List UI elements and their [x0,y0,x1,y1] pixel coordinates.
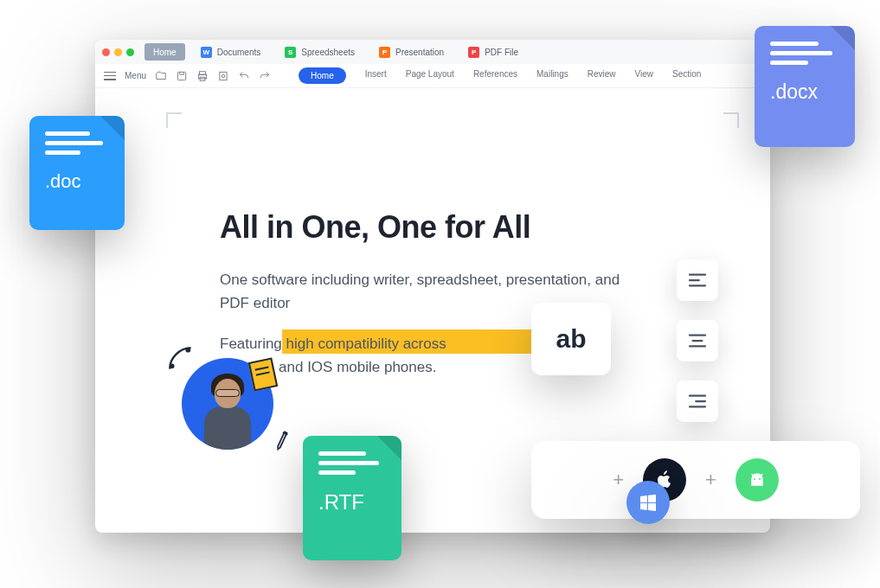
align-left-button[interactable] [677,259,718,301]
tab-label: Presentation [395,48,444,57]
svg-point-5 [222,74,225,78]
tab-spreadsheets[interactable]: S Spreedsheets [276,43,363,61]
minimize-icon[interactable] [114,48,122,56]
close-icon[interactable] [102,48,110,56]
svg-point-7 [187,348,190,352]
windows-icon [626,481,670,524]
align-right-button[interactable] [677,380,718,422]
redo-icon[interactable] [259,70,271,82]
tab-label: Spreedsheets [301,48,355,57]
print-preview-icon[interactable] [217,70,229,82]
ribbon-tab-insert[interactable]: Insert [365,67,387,84]
file-lines-icon [770,42,839,65]
svg-point-18 [759,478,761,480]
tab-label: Home [153,48,177,57]
writer-icon: W [201,47,212,58]
menu-button[interactable]: Menu [125,71,146,80]
undo-icon[interactable] [238,70,250,82]
file-badge-rtf: .RTF [303,436,401,560]
svg-point-17 [754,478,755,480]
platforms-card: + + [531,441,860,519]
tab-documents[interactable]: W Documents [192,43,270,61]
text-style-card[interactable]: ab [531,303,611,375]
file-extension-label: .docx [770,80,839,104]
file-badge-doc: .doc [29,116,125,230]
plus-separator: + [613,469,624,491]
file-extension-label: .doc [45,170,109,193]
pdf-icon: P [468,47,479,58]
tab-pdf[interactable]: P PDF File [459,43,527,61]
print-icon[interactable] [196,70,209,82]
presentation-icon: P [379,47,390,58]
ribbon-tab-review[interactable]: Review [588,67,616,84]
svg-rect-1 [200,71,206,74]
quick-access-bar: Menu Home Insert Page Layout References … [95,64,770,88]
avatar-person-icon [199,374,256,450]
ribbon-tab-home[interactable]: Home [299,67,346,84]
file-extension-label: .RTF [318,490,386,514]
window-controls [102,48,134,56]
document-heading: All in One, One for All [220,209,530,246]
title-bar: Home W Documents S Spreedsheets P Presen… [95,40,770,64]
android-icon [735,458,779,502]
ribbon-tabs: Home Insert Page Layout References Maili… [299,67,701,84]
file-lines-icon [318,451,386,475]
ribbon-tab-section[interactable]: Section [672,67,701,84]
text-style-preview: ab [556,324,586,354]
maximize-icon[interactable] [126,48,134,56]
ribbon-tab-view[interactable]: View [635,67,654,84]
margin-corner-icon [166,112,182,128]
highlighted-text: Featuring high compatibility across [220,336,446,352]
spreadsheet-icon: S [285,47,296,58]
hamburger-icon[interactable] [104,72,116,80]
svg-rect-0 [177,72,185,80]
plus-separator: + [705,469,716,491]
open-icon[interactable] [155,70,167,82]
doodle-arc-icon [168,346,192,370]
align-center-button[interactable] [677,320,718,361]
margin-corner-icon [723,112,739,128]
file-lines-icon [45,131,109,155]
tab-label: PDF File [485,48,518,57]
tab-home[interactable]: Home [145,43,185,61]
ribbon-tab-mailings[interactable]: Mailings [536,67,568,84]
tab-label: Documents [217,48,261,57]
svg-point-6 [170,365,174,368]
ribbon-tab-page-layout[interactable]: Page Layout [406,67,454,84]
file-badge-docx: .docx [755,26,855,147]
save-icon[interactable] [176,70,188,82]
ribbon-tab-references[interactable]: References [473,67,517,84]
tab-presentation[interactable]: P Presentation [370,43,453,61]
svg-rect-4 [220,72,227,80]
